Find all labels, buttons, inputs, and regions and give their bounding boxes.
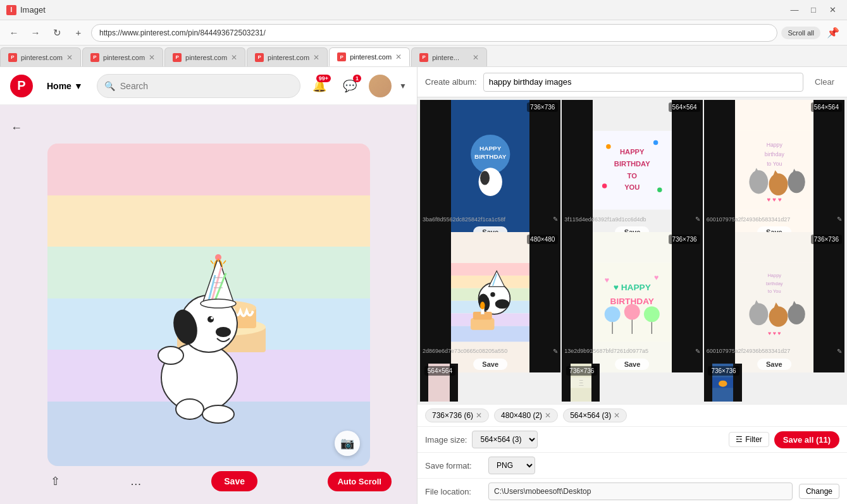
home-button[interactable]: Home ▼ <box>40 77 89 95</box>
svg-text:TO: TO <box>628 172 638 180</box>
pinterest-header: P Home ▼ 🔍 🔔 99+ 💬 1 ▼ <box>0 67 417 105</box>
format-select[interactable]: PNG JPG WEBP <box>488 457 535 474</box>
svg-text:Happy: Happy <box>766 142 782 148</box>
card-image-3: Happy birthday to You ♥ <box>735 100 814 240</box>
notification-button[interactable]: 🔔 99+ <box>308 75 331 97</box>
grid-item-2: HAPPY BIRTHDAY TO YOU 564×564 <box>562 100 702 240</box>
edit-icon-2[interactable]: ✎ <box>695 216 700 223</box>
image-size-label: Image size: <box>425 435 467 445</box>
edit-icon-6[interactable]: ✎ <box>837 348 842 355</box>
edit-icon-3[interactable]: ✎ <box>837 216 842 223</box>
card-image-1: HAPPY BIRTHDAY <box>451 114 530 226</box>
svg-rect-33 <box>593 131 672 210</box>
grid-item-5: ♥ ♥ ♥ HAPPY BIRTHDAY <box>562 232 702 372</box>
tab-6[interactable]: P pintere... ✕ <box>411 47 487 66</box>
card-content-1: HAPPY BIRTHDAY <box>451 100 530 240</box>
close-button[interactable]: ✕ <box>824 3 841 17</box>
tab-favicon-5: P <box>337 52 346 61</box>
maximize-button[interactable]: □ <box>805 3 822 17</box>
save-all-button[interactable]: Save all (11) <box>774 431 839 448</box>
dimension-badge-5: 736×736 <box>669 235 700 244</box>
notification-badge: 99+ <box>316 75 331 82</box>
address-bar[interactable] <box>91 24 777 42</box>
svg-point-13 <box>211 317 213 319</box>
tab-title-2: pinterest.com <box>103 54 145 61</box>
svg-point-40 <box>602 183 607 188</box>
left-panel: P Home ▼ 🔍 🔔 99+ 💬 1 ▼ <box>0 67 417 504</box>
search-input[interactable] <box>97 74 300 98</box>
pinterest-image-area: ← <box>0 105 417 504</box>
svg-text:birthday: birthday <box>764 151 784 157</box>
file-location-input[interactable] <box>488 482 793 500</box>
svg-text:♥ ♥ ♥: ♥ ♥ ♥ <box>767 196 781 203</box>
tab-4[interactable]: P pinterest.com ✕ <box>247 47 328 66</box>
size-select[interactable]: 564×564 (3) 736×736 (6) 480×480 (2) All … <box>472 431 538 448</box>
album-name-input[interactable] <box>483 73 803 92</box>
edit-icon-5[interactable]: ✎ <box>695 348 700 355</box>
tab-close-4[interactable]: ✕ <box>313 53 319 62</box>
tab-3[interactable]: P pinterest.com ✕ <box>164 47 245 66</box>
pinterest-logo[interactable]: P <box>10 75 33 97</box>
search-icon: 🔍 <box>104 81 115 91</box>
snoopy-illustration <box>47 144 370 466</box>
filter-tag-remove-736[interactable]: ✕ <box>476 411 482 420</box>
tab-close-3[interactable]: ✕ <box>231 53 237 62</box>
upload-button[interactable]: ⇧ <box>51 474 60 488</box>
edit-icon-1[interactable]: ✎ <box>553 216 558 223</box>
message-button[interactable]: 💬 1 <box>338 75 361 97</box>
minimize-button[interactable]: — <box>786 3 803 17</box>
tab-2[interactable]: P pinterest.com ✕ <box>82 47 163 66</box>
save-pin-button[interactable]: Save <box>211 471 257 491</box>
edit-icon-4[interactable]: ✎ <box>553 348 558 355</box>
filter-tag-remove-564[interactable]: ✕ <box>614 411 620 420</box>
svg-point-20 <box>176 399 204 419</box>
scroll-all-button[interactable]: Scroll all <box>781 27 820 39</box>
tab-close-6[interactable]: ✕ <box>473 53 479 62</box>
controls-row: Image size: 564×564 (3) 736×736 (6) 480×… <box>417 426 847 452</box>
svg-rect-51 <box>451 262 530 275</box>
tab-close-5[interactable]: ✕ <box>395 52 402 61</box>
dimension-badge-2: 564×564 <box>669 102 700 112</box>
pinterest-content: ← <box>0 105 417 504</box>
more-options-button[interactable]: … <box>130 475 142 488</box>
tab-title-5: pinterest.com <box>350 53 392 61</box>
reload-button[interactable]: ↻ <box>48 24 66 42</box>
location-row: File location: Change <box>417 478 847 504</box>
change-location-button[interactable]: Change <box>799 484 839 499</box>
format-row: Save format: PNG JPG WEBP <box>417 452 847 478</box>
autoscroll-button[interactable]: Auto Scroll <box>328 472 392 491</box>
filter-tag-736[interactable]: 736×736 (6) ✕ <box>425 409 489 422</box>
svg-text:laugh: laugh <box>579 382 583 383</box>
new-tab-button[interactable]: + <box>70 24 87 42</box>
account-caret-icon[interactable]: ▼ <box>399 82 407 90</box>
back-button[interactable]: ← <box>6 118 27 138</box>
camera-scan-button[interactable]: 📷 <box>335 431 360 456</box>
tab-favicon-3: P <box>173 53 182 62</box>
filter-button[interactable]: ☲ Filter <box>729 432 769 447</box>
main-image-background <box>47 144 370 466</box>
tab-close-1[interactable]: ✕ <box>66 53 73 62</box>
main-image-card: 📷 <box>47 144 370 466</box>
tabs-bar: P pinterest.com ✕ P pinterest.com ✕ P pi… <box>0 46 847 67</box>
back-nav-button[interactable]: ← <box>5 24 23 42</box>
filter-button-label: Filter <box>745 435 762 444</box>
app-icon: I <box>6 5 16 15</box>
svg-point-60 <box>490 292 495 296</box>
extension-header: Create album: Clear <box>417 67 847 97</box>
svg-text:♥ ♥ ♥: ♥ ♥ ♥ <box>768 330 781 336</box>
message-badge: 1 <box>353 75 361 82</box>
tab-1[interactable]: P pinterest.com ✕ <box>0 47 81 66</box>
clear-button[interactable]: Clear <box>810 75 839 89</box>
svg-point-39 <box>653 140 658 145</box>
avatar[interactable] <box>369 75 392 97</box>
filter-tag-480[interactable]: 480×480 (2) ✕ <box>494 409 558 422</box>
filter-tag-564[interactable]: 564×564 (3) ✕ <box>563 409 627 422</box>
extensions-button[interactable]: 📌 <box>824 24 842 42</box>
forward-nav-button[interactable]: → <box>27 24 44 42</box>
tab-5[interactable]: P pinterest.com ✕ <box>329 47 410 66</box>
filter-tag-remove-480[interactable]: ✕ <box>545 411 551 420</box>
dimension-badge-4: 480×480 <box>527 235 558 244</box>
tab-close-2[interactable]: ✕ <box>149 53 155 62</box>
window-controls[interactable]: — □ ✕ <box>786 3 841 17</box>
tab-favicon-1: P <box>8 53 17 62</box>
